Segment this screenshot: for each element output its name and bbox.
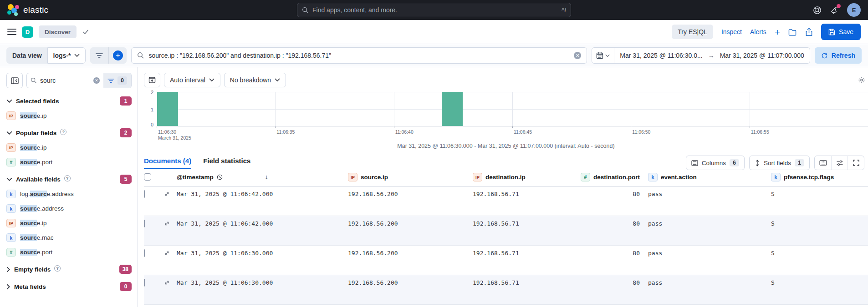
open-folder-icon[interactable] [788, 28, 797, 36]
field-name: source.ip [20, 144, 47, 151]
breakdown-select[interactable]: No breakdown [224, 73, 286, 87]
field-item[interactable]: IPsource.ip [6, 219, 132, 227]
keyboard-shortcuts-icon[interactable] [815, 156, 831, 170]
column-label: pfsense.tcp.flags [784, 174, 834, 181]
histogram-bar[interactable] [157, 92, 178, 126]
try-esql-button[interactable]: Try ES|QL [672, 25, 713, 39]
date-range-picker: Mar 31, 2025 @ 11:06:30.0... → Mar 31, 2… [592, 47, 810, 64]
row-checkbox[interactable] [144, 279, 145, 287]
search-icon [137, 52, 144, 59]
x-axis-label: 11:06:50 [632, 129, 650, 135]
chevron-down-icon [74, 54, 80, 57]
field-section-empty-fields[interactable]: Empty fields?38 [6, 265, 132, 274]
columns-button[interactable]: Columns 6 [686, 156, 745, 170]
refresh-button[interactable]: Refresh [815, 47, 862, 64]
expand-row-icon [164, 250, 170, 256]
sort-icon [755, 160, 760, 166]
field-item[interactable]: #source.port [6, 158, 132, 166]
table-row[interactable]: Mar 31, 2025 @ 11:06:30.000192.168.56.20… [144, 246, 868, 275]
expand-row-button[interactable] [164, 250, 177, 256]
field-section-popular-fields[interactable]: Popular fields?2 [6, 128, 132, 137]
x-axis-label: 11:06:30March 31, 2025 [158, 129, 191, 141]
collapse-sidebar-button[interactable] [6, 73, 23, 88]
field-item[interactable]: klog.source.address [6, 190, 132, 198]
section-label: Meta fields [14, 283, 46, 290]
table-row[interactable]: Mar 31, 2025 @ 11:06:42.000192.168.56.20… [144, 186, 868, 216]
row-checkbox[interactable] [144, 249, 145, 257]
document-histogram[interactable]: 01211:06:30March 31, 202511:06:3511:06:4… [157, 92, 868, 138]
calendar-menu-button[interactable] [592, 48, 614, 63]
clear-query-icon[interactable]: ✕ [574, 52, 581, 59]
table-row[interactable]: Mar 31, 2025 @ 11:06:42.000192.168.56.20… [144, 216, 868, 246]
chart-visibility-icon[interactable] [144, 73, 160, 87]
tab-field-statistics[interactable]: Field statistics [203, 157, 250, 169]
field-filter-button[interactable]: 0 [103, 73, 131, 88]
chevron-down-icon [6, 131, 12, 135]
breadcrumb[interactable]: Discover [39, 25, 77, 38]
column-header-@timestamp[interactable]: @timestamp↓ [177, 173, 348, 181]
expand-row-button[interactable] [164, 221, 177, 226]
query-input[interactable]: source.ip : "192.168.56.200" and destina… [131, 47, 587, 64]
cell-destination.ip: 192.168.56.71 [473, 191, 588, 197]
field-section-available-fields[interactable]: Available fields?5 [6, 175, 132, 184]
news-feed-icon[interactable] [830, 5, 839, 15]
discover-app-badge[interactable]: D [22, 26, 33, 38]
tab-documents[interactable]: Documents (4) [144, 157, 191, 169]
section-label: Selected fields [16, 98, 59, 105]
histogram-bar[interactable] [442, 92, 463, 126]
user-avatar[interactable]: E [847, 3, 861, 17]
alerts-button[interactable]: Alerts [750, 28, 766, 35]
plus-icon: + [113, 50, 123, 60]
calendar-icon [596, 52, 603, 59]
column-header-destination.port[interactable]: #destination.port [588, 173, 648, 181]
new-session-button[interactable]: + [775, 27, 780, 37]
expand-row-button[interactable] [164, 280, 177, 286]
field-section-meta-fields[interactable]: Meta fields0 [6, 282, 132, 291]
field-section-selected-fields[interactable]: Selected fields1 [6, 96, 132, 106]
clock-icon [217, 174, 223, 180]
elastic-brand[interactable]: elastic [7, 4, 48, 16]
field-search-input[interactable]: sourc ✕ [27, 77, 103, 84]
field-item[interactable]: IPsource.ip [6, 143, 132, 152]
interval-select[interactable]: Auto interval [164, 73, 220, 87]
inspect-button[interactable]: Inspect [721, 28, 742, 35]
row-checkbox[interactable] [144, 190, 145, 198]
column-header-pfsense.tcp.flags[interactable]: kpfsense.tcp.flags [771, 173, 868, 181]
filter-controls: + [90, 47, 127, 64]
row-checkbox[interactable] [144, 220, 145, 227]
add-filter-button[interactable]: + [108, 47, 127, 64]
fullscreen-icon[interactable] [848, 156, 864, 170]
documents-grid: @timestamp↓IPsource.ipIPdestination.ip#d… [144, 171, 868, 305]
help-icon[interactable] [812, 5, 822, 15]
sort-fields-button[interactable]: Sort fields 1 [749, 156, 810, 170]
select-all-checkbox[interactable] [144, 173, 151, 181]
share-icon[interactable] [805, 28, 813, 36]
field-item[interactable]: IPsource.ip [6, 111, 132, 120]
section-count-badge: 1 [120, 96, 132, 106]
cell-destination.port: 80 [588, 191, 648, 197]
date-end[interactable]: Mar 31, 2025 @ 11:07:00.000 [715, 52, 810, 59]
chart-options-icon[interactable] [858, 76, 865, 84]
expand-row-icon [164, 191, 170, 197]
column-header-event.action[interactable]: kevent.action [648, 173, 771, 181]
clear-field-search-icon[interactable]: ✕ [93, 77, 100, 84]
field-item[interactable]: #source.port [6, 248, 132, 257]
expand-row-button[interactable] [164, 191, 177, 197]
column-header-destination.ip[interactable]: IPdestination.ip [473, 173, 588, 181]
field-item[interactable]: ksource.mac [6, 233, 132, 242]
table-row[interactable]: Mar 31, 2025 @ 11:06:30.000192.168.56.20… [144, 275, 868, 305]
chevron-down-icon [275, 78, 280, 82]
checkmark-icon[interactable] [82, 28, 89, 35]
histogram-toolbar: Auto interval No breakdown [144, 73, 868, 87]
save-button[interactable]: Save [821, 24, 861, 40]
data-view-picker[interactable]: Data view logs-* [6, 47, 86, 64]
field-item[interactable]: ksource.address [6, 204, 132, 213]
filter-list-icon[interactable] [90, 47, 108, 64]
menu-icon[interactable] [7, 29, 16, 35]
histogram-plot[interactable]: 012 [157, 92, 868, 126]
sort-descending-icon[interactable]: ↓ [265, 173, 268, 181]
date-start[interactable]: Mar 31, 2025 @ 11:06:30.0... [614, 52, 708, 59]
display-options-icon[interactable] [831, 156, 848, 170]
column-header-source.ip[interactable]: IPsource.ip [348, 173, 473, 181]
global-search-input[interactable]: Find apps, content, and more. ^/ [297, 3, 571, 17]
